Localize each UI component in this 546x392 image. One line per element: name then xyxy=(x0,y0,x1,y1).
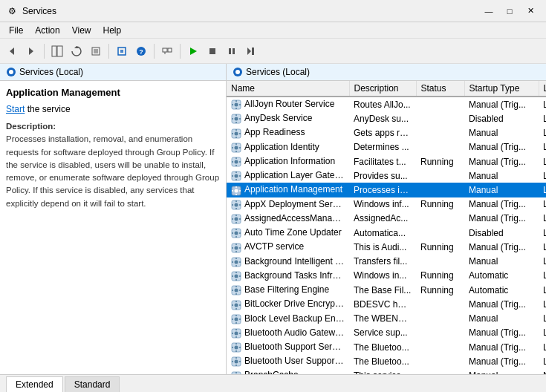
svg-rect-48 xyxy=(235,151,237,152)
svg-rect-65 xyxy=(235,186,237,188)
table-row[interactable]: Application Layer Gateway ...Provides su… xyxy=(227,169,546,183)
bottom-tabs: Extended Standard xyxy=(0,374,546,392)
svg-rect-79 xyxy=(232,218,233,220)
svg-rect-38 xyxy=(239,119,241,120)
export-list-button[interactable] xyxy=(87,42,105,60)
properties-button[interactable] xyxy=(113,42,131,60)
refresh-button[interactable] xyxy=(68,42,85,60)
service-name-text: Background Intelligent Tran... xyxy=(244,256,349,267)
tab-extended[interactable]: Extended xyxy=(6,376,63,392)
back-button[interactable] xyxy=(3,42,21,60)
service-name-cell: Bluetooth User Support Ser... xyxy=(227,354,349,368)
service-startup-cell: Manual (Trig... xyxy=(464,97,539,111)
svg-rect-115 xyxy=(232,304,233,306)
table-row[interactable]: Application ManagementProcesses in...Man… xyxy=(227,183,546,197)
svg-rect-119 xyxy=(235,315,237,316)
service-desc-cell: The Bluetoo... xyxy=(349,354,416,368)
svg-rect-125 xyxy=(235,329,237,330)
services-table[interactable]: Name Description Status Startup Type Log… xyxy=(227,81,546,374)
service-status-cell: Running xyxy=(416,240,464,254)
service-startup-cell: Manual (Trig... xyxy=(464,212,539,226)
stop-service-button[interactable] xyxy=(204,42,221,60)
svg-point-64 xyxy=(235,189,238,192)
table-row[interactable]: AssignedAccessManager Se...AssignedAc...… xyxy=(227,212,546,226)
svg-rect-14 xyxy=(163,48,167,52)
service-name-text: Auto Time Zone Updater xyxy=(244,227,342,238)
service-icon xyxy=(231,370,241,374)
table-row[interactable]: BitLocker Drive Encryption ...BDESVC hos… xyxy=(227,297,546,311)
service-desc-cell: Windows in... xyxy=(349,269,416,283)
service-status-cell: Running xyxy=(416,269,464,283)
table-row[interactable]: Base Filtering EngineThe Base Fil...Runn… xyxy=(227,283,546,297)
resume-service-button[interactable] xyxy=(242,42,260,60)
service-description: Processes installation, removal, and enu… xyxy=(6,134,219,207)
forward-button[interactable] xyxy=(22,42,40,60)
col-header-name[interactable]: Name xyxy=(227,81,349,97)
service-startup-cell: Manual xyxy=(464,125,539,140)
svg-rect-90 xyxy=(235,251,237,252)
table-row[interactable]: Auto Time Zone UpdaterAutomatica...Disab… xyxy=(227,226,546,240)
table-row[interactable]: AnyDesk ServiceAnyDesk su...DisabledLoca… xyxy=(227,111,546,125)
table-row[interactable]: Block Level Backup Engine ...The WBENG..… xyxy=(227,312,546,326)
table-row[interactable]: AppX Deployment Service (...Windows inf.… xyxy=(227,197,546,212)
service-status-cell: Running xyxy=(416,283,464,297)
service-status-cell xyxy=(416,125,464,140)
service-logon-cell: Local Sy... xyxy=(539,297,546,311)
col-header-logon[interactable]: Log On As xyxy=(539,81,546,97)
show-hide-console-tree-button[interactable] xyxy=(48,42,66,60)
menu-file[interactable]: File xyxy=(3,24,29,37)
col-header-status[interactable]: Status xyxy=(416,81,464,97)
close-button[interactable]: ✕ xyxy=(521,4,540,18)
svg-rect-68 xyxy=(239,190,241,192)
service-logon-cell: Local Sy... xyxy=(539,269,546,283)
service-name-cell: App Readiness xyxy=(227,125,349,140)
svg-rect-109 xyxy=(232,290,233,291)
help-button[interactable]: ? xyxy=(132,42,150,60)
svg-rect-95 xyxy=(235,258,237,259)
svg-rect-91 xyxy=(232,247,233,249)
table-row[interactable]: Application IdentityDetermines ...Manual… xyxy=(227,140,546,154)
start-service-button[interactable] xyxy=(184,42,202,60)
service-description-container: Description: Processes installation, rem… xyxy=(6,120,220,210)
service-desc-cell: BDESVC hos... xyxy=(349,297,416,311)
svg-rect-113 xyxy=(235,301,237,302)
svg-marker-1 xyxy=(29,48,33,55)
table-row[interactable]: AVCTP serviceThis is Audi...RunningManua… xyxy=(227,240,546,254)
menu-help[interactable]: Help xyxy=(97,24,128,37)
table-row[interactable]: Bluetooth Audio Gateway S...Service sup.… xyxy=(227,326,546,340)
table-row[interactable]: App ReadinessGets apps re...ManualLocal … xyxy=(227,125,546,140)
menu-view[interactable]: View xyxy=(66,24,97,37)
service-name-cell: Bluetooth Support Service xyxy=(227,340,349,354)
table-row[interactable]: Application InformationFacilitates t...R… xyxy=(227,154,546,169)
col-header-startup[interactable]: Startup Type xyxy=(464,81,539,97)
service-name-cell: AllJoyn Router Service xyxy=(227,97,349,111)
table-row[interactable]: Bluetooth User Support Ser...The Bluetoo… xyxy=(227,354,546,368)
service-logon-cell: Local Sy... xyxy=(539,354,546,368)
service-startup-cell: Manual (Trig... xyxy=(464,340,539,354)
svg-rect-37 xyxy=(232,119,233,120)
menu-action[interactable]: Action xyxy=(29,24,65,37)
service-logon-cell: Local Sy... xyxy=(539,226,546,240)
svg-rect-22 xyxy=(252,48,254,55)
service-name-text: Base Filtering Engine xyxy=(244,284,329,295)
table-row[interactable]: Bluetooth Support ServiceThe Bluetoo...M… xyxy=(227,340,546,354)
table-row[interactable]: Background Intelligent Tran...Transfers … xyxy=(227,255,546,269)
start-service-link[interactable]: Start xyxy=(6,104,25,114)
svg-rect-31 xyxy=(232,104,233,105)
tab-standard[interactable]: Standard xyxy=(65,376,120,392)
svg-rect-120 xyxy=(235,322,237,324)
pause-service-button[interactable] xyxy=(223,42,241,60)
svg-point-124 xyxy=(235,331,238,335)
svg-rect-108 xyxy=(235,293,237,295)
svg-rect-101 xyxy=(235,272,237,273)
maximize-button[interactable]: □ xyxy=(500,4,519,18)
connect-button[interactable] xyxy=(158,42,176,60)
service-startup-cell: Manual (Trig... xyxy=(464,240,539,254)
col-header-description[interactable]: Description xyxy=(349,81,416,97)
table-row[interactable]: AllJoyn Router ServiceRoutes AllJo...Man… xyxy=(227,97,546,111)
minimize-button[interactable]: — xyxy=(479,4,498,18)
svg-rect-61 xyxy=(232,176,233,177)
service-icon xyxy=(231,313,241,324)
table-row[interactable]: Background Tasks Infrastruc...Windows in… xyxy=(227,269,546,283)
table-row[interactable]: BranchCacheThis service ...ManualNetwor.… xyxy=(227,368,546,374)
